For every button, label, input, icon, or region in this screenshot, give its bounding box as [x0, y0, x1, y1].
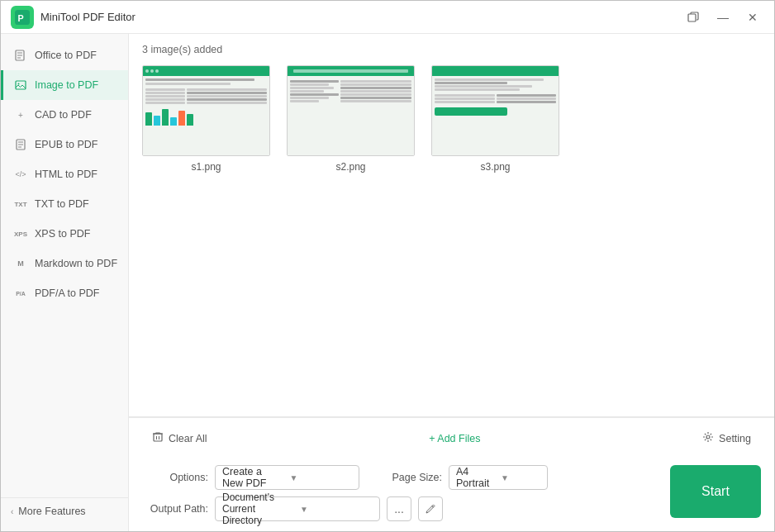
restore-button[interactable] — [682, 6, 705, 29]
thumbnail-image-1 — [142, 65, 270, 156]
clear-icon — [152, 431, 164, 445]
path-arrow-icon: ▼ — [300, 505, 373, 514]
sidebar-label: Image to PDF — [35, 79, 98, 91]
svg-point-8 — [706, 435, 710, 439]
output-path-select[interactable]: Document's Current Directory ▼ — [215, 496, 380, 521]
add-files-button[interactable]: + Add Files — [419, 428, 490, 449]
bottom-area: Options: Create a New PDF ▼ Page Size: A… — [129, 458, 774, 531]
sidebar-nav: Office to PDF Image to PDF + — [1, 40, 128, 497]
page-size-arrow-icon: ▼ — [501, 473, 540, 482]
sidebar-label: Markdown to PDF — [35, 258, 117, 269]
sidebar-item-office-to-pdf[interactable]: Office to PDF — [1, 40, 128, 70]
options-arrow-icon: ▼ — [290, 473, 353, 482]
thumbnail-image-3 — [431, 65, 559, 156]
minimize-button[interactable]: — — [711, 6, 735, 29]
start-label: Start — [701, 484, 730, 498]
sidebar-item-html-to-pdf[interactable]: </> HTML to PDF — [1, 159, 128, 189]
epub-icon — [13, 137, 28, 152]
thumbnail-filename-2: s2.png — [335, 161, 365, 173]
sidebar-label: EPUB to PDF — [35, 139, 97, 150]
setting-icon — [702, 431, 714, 445]
svg-text:P: P — [18, 12, 24, 22]
sidebar-item-txt-to-pdf[interactable]: TXT TXT to PDF — [1, 189, 128, 219]
edit-path-button[interactable] — [418, 496, 443, 521]
sidebar-label: HTML to PDF — [35, 169, 97, 180]
setting-button[interactable]: Setting — [692, 426, 761, 450]
markdown-icon: M — [13, 256, 28, 271]
start-button[interactable]: Start — [670, 465, 761, 518]
thumbnail-filename-3: s3.png — [480, 161, 510, 173]
output-path-row: Output Path: Document's Current Director… — [142, 496, 654, 521]
more-features-button[interactable]: ‹ More Features — [1, 497, 128, 525]
add-files-label: + Add Files — [429, 433, 480, 444]
setting-label: Setting — [719, 433, 751, 444]
sidebar-label: TXT to PDF — [35, 198, 89, 210]
app-logo: P — [11, 6, 34, 29]
xps-icon: XPS — [13, 226, 28, 241]
clear-all-button[interactable]: Clear All — [142, 426, 217, 450]
window-controls: — ✕ — [682, 6, 764, 29]
html-icon: </> — [13, 167, 28, 182]
thumbnail-list: s1.png — [142, 65, 761, 173]
page-size-value: A4 Portrait — [456, 466, 496, 489]
svg-point-5 — [18, 83, 20, 85]
sidebar-label: CAD to PDF — [35, 109, 92, 121]
page-size-label: Page Size: — [376, 472, 442, 483]
form-area: Options: Create a New PDF ▼ Page Size: A… — [142, 465, 654, 521]
options-label: Options: — [142, 472, 208, 483]
options-row: Options: Create a New PDF ▼ Page Size: A… — [142, 465, 654, 490]
titlebar: P MiniTool PDF Editor — ✕ — [1, 1, 774, 34]
sidebar-item-epub-to-pdf[interactable]: EPUB to PDF — [1, 130, 128, 159]
file-count-label: 3 image(s) added — [142, 44, 761, 55]
sidebar-label: Office to PDF — [35, 50, 97, 61]
browse-icon: ... — [394, 502, 404, 515]
content-area: 3 image(s) added — [129, 34, 774, 531]
output-path-value: Document's Current Directory — [222, 492, 295, 526]
svg-rect-7 — [154, 434, 162, 441]
thumbnail-item-3[interactable]: s3.png — [431, 65, 559, 173]
sidebar-item-pdfa-to-pdf[interactable]: P/A PDF/A to PDF — [1, 278, 128, 308]
image-icon — [13, 78, 28, 93]
clear-all-label: Clear All — [169, 433, 207, 444]
toolbar: Clear All + Add Files Setting — [129, 417, 774, 458]
thumbnail-item-2[interactable]: s2.png — [287, 65, 415, 173]
cad-icon: + — [13, 107, 28, 122]
svg-rect-4 — [16, 81, 26, 89]
sidebar: Office to PDF Image to PDF + — [1, 34, 129, 531]
main-layout: Office to PDF Image to PDF + — [1, 34, 774, 531]
svg-rect-2 — [688, 14, 696, 21]
chevron-left-icon: ‹ — [11, 507, 13, 516]
sidebar-item-xps-to-pdf[interactable]: XPS XPS to PDF — [1, 219, 128, 249]
more-features-label: More Features — [18, 506, 85, 517]
options-value: Create a New PDF — [222, 466, 285, 489]
office-icon — [13, 48, 28, 63]
thumbnail-filename-1: s1.png — [191, 161, 221, 173]
close-button[interactable]: ✕ — [741, 6, 764, 29]
txt-icon: TXT — [13, 197, 28, 211]
thumbnail-image-2 — [287, 65, 415, 156]
file-drop-zone[interactable]: 3 image(s) added — [129, 34, 774, 417]
options-select[interactable]: Create a New PDF ▼ — [215, 465, 359, 490]
main-window: P MiniTool PDF Editor — ✕ — [0, 0, 775, 532]
sidebar-item-cad-to-pdf[interactable]: + CAD to PDF — [1, 100, 128, 130]
sidebar-label: XPS to PDF — [35, 228, 90, 240]
sidebar-label: PDF/A to PDF — [35, 287, 100, 299]
sidebar-item-markdown-to-pdf[interactable]: M Markdown to PDF — [1, 249, 128, 278]
page-size-select[interactable]: A4 Portrait ▼ Original A4 Landscape A4 P… — [449, 465, 548, 490]
thumbnail-item-1[interactable]: s1.png — [142, 65, 270, 173]
sidebar-item-image-to-pdf[interactable]: Image to PDF — [1, 70, 128, 100]
pdfa-icon: P/A — [13, 286, 28, 301]
app-title: MiniTool PDF Editor — [40, 11, 682, 23]
browse-button[interactable]: ... — [387, 496, 411, 521]
output-path-label: Output Path: — [142, 503, 208, 515]
